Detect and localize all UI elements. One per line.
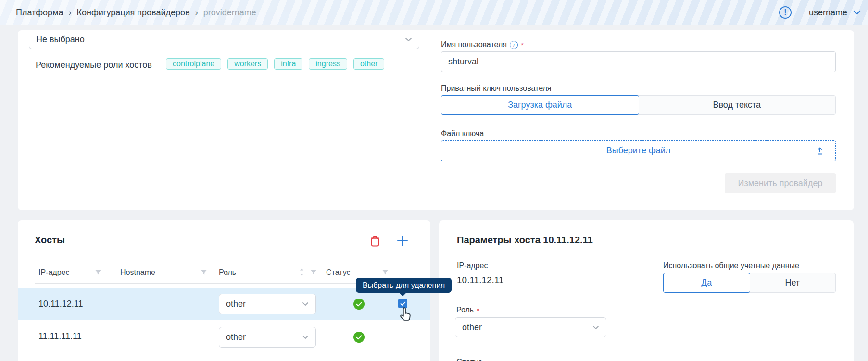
col-status-header[interactable]: Статус bbox=[326, 268, 351, 277]
breadcrumb-separator-icon: › bbox=[195, 8, 198, 18]
cluster-select-value: Не выбрано bbox=[36, 35, 85, 45]
top-bar: Платформа › Конфигурация провайдеров › p… bbox=[0, 0, 868, 25]
params-ip-value: 10.11.12.11 bbox=[457, 275, 504, 286]
user-name: username bbox=[809, 8, 847, 18]
topbar-right: ! username bbox=[779, 0, 861, 25]
table-bottom-divider bbox=[35, 356, 414, 356]
host-role-value: other bbox=[226, 332, 246, 342]
alert-icon[interactable]: ! bbox=[779, 6, 792, 19]
breadcrumb-platform[interactable]: Платформа bbox=[16, 8, 63, 18]
filter-icon[interactable] bbox=[310, 269, 317, 276]
change-provider-button[interactable]: Изменить провайдер bbox=[725, 173, 836, 193]
file-upload-zone-label: Выберите файл bbox=[606, 146, 671, 156]
role-tag-other: other bbox=[353, 58, 384, 70]
breadcrumb-providers-config[interactable]: Конфигурация провайдеров bbox=[77, 8, 190, 18]
info-icon[interactable]: i bbox=[510, 41, 518, 49]
username-label: Имя пользователя i * bbox=[441, 40, 524, 49]
breadcrumb-separator-icon: › bbox=[69, 8, 72, 18]
cluster-select[interactable]: Не выбрано bbox=[29, 30, 419, 49]
private-key-label-text: Приватный ключ пользователя bbox=[441, 84, 552, 93]
params-role-value: other bbox=[462, 323, 482, 333]
username-input[interactable] bbox=[441, 51, 836, 72]
host-row-11-11-11-11[interactable]: 11.11.11.11 other bbox=[18, 320, 430, 352]
params-role-label-text: Роль bbox=[456, 306, 474, 314]
required-mark: * bbox=[477, 306, 479, 314]
host-ip: 10.11.12.11 bbox=[38, 299, 83, 309]
private-key-mode-toggle: Загрузка файла Ввод текста bbox=[441, 95, 836, 115]
breadcrumb-provider-name: providername bbox=[203, 8, 256, 18]
private-key-label: Приватный ключ пользователя bbox=[441, 84, 552, 93]
chevron-down-icon bbox=[853, 10, 861, 15]
col-hostname-header[interactable]: Hostname bbox=[120, 268, 155, 277]
key-file-label: Файл ключа bbox=[441, 129, 484, 138]
delete-selection-tooltip: Выбрать для удаления bbox=[356, 278, 452, 293]
shared-credentials-yes[interactable]: Да bbox=[663, 273, 750, 293]
role-tag-controlplane: controlplane bbox=[166, 58, 221, 70]
username-label-text: Имя пользователя bbox=[441, 40, 507, 49]
upload-icon bbox=[816, 147, 824, 155]
delete-hosts-icon[interactable] bbox=[370, 235, 380, 247]
role-tag-infra: infra bbox=[274, 58, 302, 70]
recommended-roles-label-text: Рекомендуемые роли хостов bbox=[36, 60, 152, 70]
status-ok-icon bbox=[353, 332, 365, 343]
hosts-title: Хосты bbox=[35, 235, 65, 246]
key-tab-text-input[interactable]: Ввод текста bbox=[639, 96, 836, 114]
host-role-select[interactable]: other bbox=[219, 294, 316, 314]
shared-credentials-toggle: Да Нет bbox=[663, 273, 836, 293]
role-tag-ingress: ingress bbox=[309, 58, 347, 70]
params-ip-label-text: IP-адрес bbox=[457, 261, 488, 270]
file-upload-zone[interactable]: Выберите файл bbox=[441, 140, 836, 161]
shared-credentials-no[interactable]: Нет bbox=[750, 273, 836, 292]
params-ip-label: IP-адрес bbox=[457, 261, 488, 270]
breadcrumb: Платформа › Конфигурация провайдеров › p… bbox=[16, 0, 256, 25]
chevron-down-icon bbox=[405, 37, 412, 42]
shared-credentials-label-text: Использовать общие учетные данные bbox=[663, 261, 799, 270]
key-tab-file-upload[interactable]: Загрузка файла bbox=[441, 95, 639, 115]
role-tag-workers: workers bbox=[227, 58, 268, 70]
host-role-select[interactable]: other bbox=[219, 327, 316, 348]
params-role-label: Роль * bbox=[456, 306, 479, 314]
status-ok-icon bbox=[353, 299, 365, 310]
params-role-select[interactable]: other bbox=[455, 317, 606, 337]
shared-credentials-label: Использовать общие учетные данные bbox=[663, 261, 799, 270]
row-select-checkbox[interactable] bbox=[398, 299, 407, 308]
col-ip-header[interactable]: IP-адрес bbox=[38, 268, 69, 277]
required-mark: * bbox=[521, 41, 524, 49]
add-host-icon[interactable] bbox=[396, 234, 409, 248]
key-file-label-text: Файл ключа bbox=[441, 129, 484, 138]
filter-icon[interactable] bbox=[95, 269, 101, 276]
host-ip: 11.11.11.11 bbox=[38, 331, 82, 341]
user-menu[interactable]: username bbox=[809, 8, 861, 18]
role-tags-row: controlplane workers infra ingress other bbox=[166, 58, 384, 70]
recommended-roles-label: Рекомендуемые роли хостов bbox=[36, 60, 152, 70]
chevron-down-icon bbox=[592, 325, 599, 330]
page-root: Платформа › Конфигурация провайдеров › p… bbox=[0, 0, 868, 361]
filter-icon[interactable] bbox=[201, 269, 207, 276]
sort-icon[interactable] bbox=[299, 267, 305, 277]
filter-icon[interactable] bbox=[382, 269, 389, 276]
col-role-header[interactable]: Роль bbox=[219, 268, 236, 277]
provider-form-card: Не выбрано Рекомендуемые роли хостов con… bbox=[18, 30, 854, 210]
host-role-value: other bbox=[226, 299, 246, 309]
host-params-title: Параметры хоста 10.11.12.11 bbox=[457, 235, 593, 246]
params-next-field-label-clipped: Статус bbox=[456, 357, 482, 361]
chevron-down-icon bbox=[302, 302, 309, 306]
chevron-down-icon bbox=[302, 335, 309, 339]
host-params-card: Параметры хоста 10.11.12.11 IP-адрес 10.… bbox=[439, 220, 854, 361]
